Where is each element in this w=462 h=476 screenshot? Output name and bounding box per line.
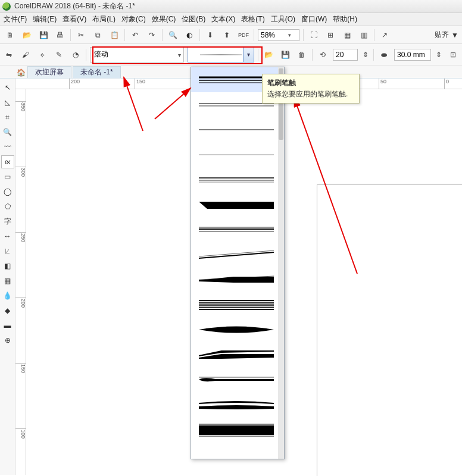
property-bar: ⇋ 🖌 ⟡ ✎ ◔ 滚动 ▾ ▾ 📂 💾 🗑 ⟲ ⇕ ⬬ ⇕ ⊡ (0, 44, 462, 65)
ruler-tick: 0 (444, 79, 449, 89)
separator (162, 29, 163, 41)
paste-icon[interactable]: 📋 (108, 29, 121, 42)
open-file-icon[interactable]: 📂 (20, 29, 33, 42)
brush-stroke-item[interactable] (191, 267, 284, 292)
rulers-icon[interactable]: ▦ (341, 29, 354, 42)
zoom-input[interactable] (261, 31, 288, 39)
menu-edit[interactable]: 编辑(E) (33, 14, 57, 24)
chevron-down-icon[interactable]: ▾ (178, 51, 181, 58)
menu-object[interactable]: 对象(C) (121, 14, 146, 24)
undo-icon[interactable]: ↶ (129, 29, 142, 42)
zoom-tool-icon[interactable]: 🔍 (1, 126, 14, 139)
brush-stroke-item[interactable] (191, 192, 284, 217)
chevron-down-icon[interactable]: ▾ (243, 48, 254, 62)
brush-stroke-item[interactable] (191, 167, 284, 192)
folder-open-icon[interactable]: 📂 (262, 48, 275, 61)
rectangle-tool-icon[interactable]: ▭ (1, 170, 14, 183)
polygon-tool-icon[interactable]: ⬠ (1, 200, 14, 213)
brush-stroke-item[interactable] (191, 392, 284, 417)
separator (312, 49, 313, 61)
pick-tool-icon[interactable]: ↖ (1, 81, 14, 94)
menu-table[interactable]: 表格(T) (241, 14, 264, 24)
preset-stroke-combo[interactable]: 滚动 ▾ (90, 47, 184, 62)
tooltip-title: 笔刷笔触 (267, 78, 354, 88)
scrollbar[interactable] (278, 67, 284, 459)
page[interactable] (317, 184, 462, 476)
zoom-level[interactable]: ▾ (258, 29, 299, 41)
snap-dropdown[interactable]: 贴齐 ▼ (435, 30, 458, 40)
tab-welcome[interactable]: 欢迎屏幕 (27, 66, 71, 78)
brush-stroke-item[interactable] (191, 342, 284, 367)
menu-help[interactable]: 帮助(H) (333, 14, 357, 24)
brush-icon[interactable]: 🖌 (19, 48, 32, 61)
ruler-tick: 150 (15, 363, 26, 373)
menu-window[interactable]: 窗口(W) (301, 14, 327, 24)
eyedropper-tool-icon[interactable]: 💧 (1, 289, 14, 302)
interactive-fill-icon[interactable]: ◆ (1, 304, 14, 317)
spinner-icon[interactable]: ⇕ (361, 48, 370, 61)
mirror-h-icon[interactable]: ⇋ (2, 48, 15, 61)
menu-tools[interactable]: 工具(O) (271, 14, 295, 24)
pdf-icon[interactable]: PDF (237, 29, 250, 42)
brush-stroke-item[interactable] (191, 142, 284, 167)
brush-stroke-dropdown[interactable] (191, 67, 285, 459)
redo-icon[interactable]: ↷ (145, 29, 158, 42)
save-preset-icon[interactable]: 💾 (279, 48, 292, 61)
spinner-icon[interactable]: ⇕ (435, 48, 443, 61)
brush-stroke-item[interactable] (191, 292, 284, 317)
print-icon[interactable]: 🖶 (54, 29, 67, 42)
connector-tool-icon[interactable]: ⟀ (1, 245, 14, 258)
launch-icon[interactable]: ↗ (378, 29, 391, 42)
chevron-down-icon[interactable]: ▾ (288, 32, 291, 38)
menu-effect[interactable]: 效果(C) (152, 14, 176, 24)
menu-view[interactable]: 查看(V) (63, 14, 86, 24)
freehand-tool-icon[interactable]: 〰 (1, 140, 14, 154)
cut-icon[interactable]: ✂ (74, 29, 88, 42)
brush-stroke-item[interactable] (191, 242, 284, 267)
smart-fill-icon[interactable]: ▬ (1, 319, 14, 332)
ruler-tick: 50 (379, 79, 386, 89)
grid-icon[interactable]: ⊞ (324, 29, 337, 42)
new-file-icon[interactable]: 🗎 (4, 29, 17, 42)
ellipse-tool-icon[interactable]: ◯ (1, 185, 14, 198)
brush-stroke-item[interactable] (191, 417, 284, 442)
width-input[interactable] (397, 51, 426, 59)
brush-stroke-item[interactable] (191, 367, 284, 392)
shape-tool-icon[interactable]: ◺ (1, 96, 14, 109)
tab-document[interactable]: 未命名 -1* (73, 66, 121, 78)
parallel-dim-tool-icon[interactable]: ↔ (1, 230, 14, 243)
export-icon[interactable]: ⬆ (220, 29, 233, 42)
standard-toolbar: 🗎 📂 💾 🖶 ✂ ⧉ 📋 ↶ ↷ 🔍 ◐ ⬇ ⬆ PDF ▾ ⛶ ⊞ ▦ ▥ … (0, 26, 462, 44)
width-field[interactable] (394, 49, 431, 61)
bounding-box-icon[interactable]: ⊡ (447, 48, 460, 61)
pressure-icon[interactable]: ◔ (69, 48, 82, 61)
home-icon[interactable]: 🏠 (15, 67, 26, 78)
transparency-tool-icon[interactable]: ▦ (1, 274, 14, 287)
menu-bitmap[interactable]: 位图(B) (182, 14, 205, 24)
angle-input[interactable] (336, 51, 354, 59)
drop-shadow-tool-icon[interactable]: ◧ (1, 259, 14, 273)
save-icon[interactable]: 💾 (37, 29, 50, 42)
calligraphy-icon[interactable]: ✎ (52, 48, 65, 61)
sprayer-icon[interactable]: ⟡ (36, 48, 49, 61)
menu-file[interactable]: 文件(F) (4, 14, 27, 24)
menu-text[interactable]: 文本(X) (211, 14, 235, 24)
globe-icon[interactable]: ◐ (183, 29, 196, 42)
text-tool-icon[interactable]: 字 (1, 215, 14, 228)
search-icon[interactable]: 🔍 (166, 29, 179, 42)
delete-icon[interactable]: 🗑 (295, 48, 308, 61)
brush-stroke-combo[interactable]: ▾ (188, 47, 254, 62)
full-screen-icon[interactable]: ⛶ (307, 29, 320, 42)
quick-customize-icon[interactable]: ⊕ (1, 334, 14, 347)
crop-tool-icon[interactable]: ⌗ (1, 111, 14, 124)
brush-stroke-item[interactable] (191, 317, 284, 342)
brush-stroke-item[interactable] (191, 217, 284, 242)
brush-stroke-item[interactable] (191, 117, 284, 142)
menu-layout[interactable]: 布局(L) (92, 14, 116, 24)
angle-field[interactable] (333, 49, 358, 61)
copy-icon[interactable]: ⧉ (91, 29, 104, 42)
separator (199, 29, 200, 41)
guides-icon[interactable]: ▥ (357, 29, 370, 42)
import-icon[interactable]: ⬇ (204, 29, 217, 42)
artistic-media-tool-icon[interactable]: ᘡ (1, 155, 14, 168)
